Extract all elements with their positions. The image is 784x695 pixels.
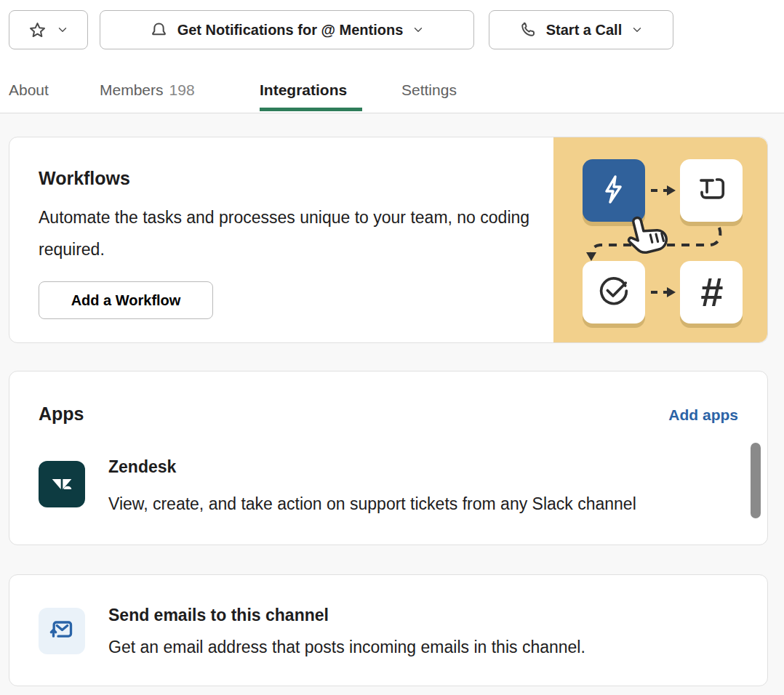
workflows-description: Automate the tasks and processes unique … — [39, 201, 533, 265]
add-apps-link[interactable]: Add apps — [668, 406, 738, 424]
chevron-down-icon — [631, 23, 644, 36]
tab-members-count: 198 — [169, 81, 195, 99]
text-insert-icon — [692, 170, 730, 211]
tab-settings[interactable]: Settings — [401, 77, 457, 103]
start-call-button[interactable]: Start a Call — [489, 10, 673, 49]
notifications-button[interactable]: Get Notifications for @ Mentions — [100, 10, 474, 49]
app-name: Zendesk — [108, 457, 176, 477]
email-tile — [39, 608, 85, 654]
apps-card: Apps Add apps Zendesk View, create, and … — [9, 371, 768, 545]
channel-details-panel: Get Notifications for @ Mentions Start a… — [0, 0, 784, 695]
add-workflow-button-label: Add a Workflow — [71, 292, 181, 309]
tab-about[interactable]: About — [9, 77, 49, 103]
tab-about-label: About — [9, 81, 49, 99]
apps-title: Apps — [39, 403, 84, 425]
star-channel-button[interactable] — [9, 10, 88, 49]
workflow-form-tile — [680, 159, 743, 222]
send-emails-description: Get an email address that posts incoming… — [108, 638, 585, 657]
workflow-check-tile — [583, 261, 645, 324]
bell-icon — [149, 20, 169, 40]
star-icon — [28, 20, 47, 40]
send-emails-title: Send emails to this channel — [108, 606, 329, 625]
incoming-email-icon — [47, 615, 76, 647]
lightning-bolt-icon — [596, 172, 631, 209]
tab-members[interactable]: Members 198 — [100, 77, 195, 103]
start-call-button-label: Start a Call — [546, 22, 622, 39]
send-emails-card[interactable]: Send emails to this channel Get an email… — [9, 574, 768, 686]
check-circle-icon — [595, 272, 633, 313]
add-workflow-button[interactable]: Add a Workflow — [39, 281, 213, 319]
channel-header: Get Notifications for @ Mentions Start a… — [0, 0, 784, 113]
tab-settings-label: Settings — [401, 81, 457, 99]
chevron-down-icon — [412, 23, 425, 36]
chevron-down-icon — [56, 23, 69, 36]
workflows-illustration: # — [553, 137, 767, 342]
tab-integrations-label: Integrations — [260, 81, 347, 99]
apps-scrollbar[interactable] — [751, 443, 761, 518]
tab-integrations[interactable]: Integrations — [260, 77, 347, 103]
hash-icon: # — [700, 272, 722, 313]
active-tab-underline — [260, 108, 362, 111]
workflows-title: Workflows — [39, 168, 130, 189]
workflow-channel-tile: # — [680, 261, 743, 324]
cursor-hand-icon — [625, 206, 676, 260]
phone-icon — [519, 20, 537, 39]
tab-members-label: Members — [100, 81, 164, 99]
app-description: View, create, and take action on support… — [108, 488, 734, 520]
zendesk-app-icon — [39, 461, 85, 507]
notifications-button-label: Get Notifications for @ Mentions — [177, 22, 404, 39]
workflows-card: Workflows Automate the tasks and process… — [9, 137, 768, 343]
